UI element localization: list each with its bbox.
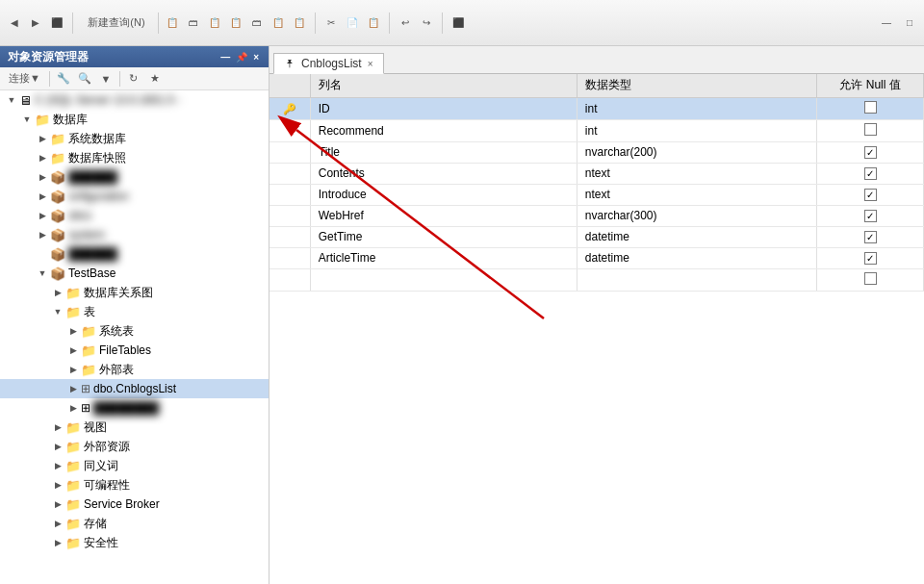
tree-item-synonyms[interactable]: ▶ 📁 同义词 [0,456,269,475]
col-type-cell[interactable]: datetime [577,226,816,247]
databases-toggle[interactable]: ▼ [19,112,35,127]
col-nullable-cell[interactable] [817,226,924,247]
server-toggle[interactable]: ▼ [4,92,19,108]
btn3[interactable]: 📋 [162,13,183,34]
col-type-cell[interactable]: int [577,97,816,119]
nullable-checkbox[interactable] [864,231,877,243]
cnblogslist-tab[interactable]: 🖈 CnblogsList × [273,53,384,74]
window-max[interactable]: □ [899,13,920,34]
tree-item-tables[interactable]: ▼ 📁 表 [0,302,269,321]
tree-item-ext-tables[interactable]: ▶ 📁 外部表 [0,360,269,379]
db-snapshot-toggle[interactable]: ▶ [35,150,50,165]
nullable-checkbox[interactable] [864,189,877,201]
logistics-toggle[interactable]: ▶ [35,208,50,223]
col-nullable-cell[interactable] [817,119,924,141]
tree-item-table-blurred[interactable]: ▶ ⊞ ████████ [0,398,269,418]
btn8[interactable]: 📋 [268,13,289,34]
nullable-checkbox[interactable] [864,210,877,222]
table-row[interactable]: Contentsntext [270,163,924,184]
paste-button[interactable]: 📋 [363,13,384,34]
db-diagram-toggle[interactable]: ▶ [50,285,65,300]
tree-item-databases[interactable]: ▼ 📁 数据库 [0,110,269,129]
tree-item-service-broker[interactable]: ▶ 📁 Service Broker [0,495,269,514]
copy-button[interactable]: 📄 [342,13,363,34]
storage-toggle[interactable]: ▶ [50,516,65,531]
configuration-toggle[interactable]: ▶ [35,189,50,204]
table-row[interactable]: ArticleTimedatetime [270,247,924,268]
tab-close-button[interactable]: × [368,59,373,69]
btn6[interactable]: 📋 [225,13,246,34]
table-row[interactable] [270,268,924,291]
table-row[interactable]: Introducentext [270,184,924,205]
col-nullable-cell[interactable] [817,205,924,226]
tree-item-system2[interactable]: ▶ 📦 system [0,225,269,244]
file-tables-toggle[interactable]: ▶ [65,343,81,358]
col-name-cell[interactable]: GetTime [310,226,577,247]
col-type-cell[interactable] [577,268,816,291]
window-min[interactable]: — [876,13,897,34]
ext-resources-toggle[interactable]: ▶ [50,439,65,454]
col-name-cell[interactable]: Introduce [310,184,577,205]
tree-item-db-b[interactable]: ▶ 📦 ██████ [0,167,269,187]
col-nullable-cell[interactable] [817,163,924,184]
col-name-cell[interactable]: ID [310,97,577,119]
forward-button[interactable]: ▶ [25,13,46,34]
col-name-cell[interactable]: WebHref [310,205,577,226]
table-row[interactable]: Titlenvarchar(200) [270,141,924,163]
nullable-checkbox[interactable] [864,123,877,136]
col-type-cell[interactable]: ntext [577,163,816,184]
tree-item-security[interactable]: ▶ 📁 安全性 [0,533,269,552]
tables-toggle[interactable]: ▼ [50,304,65,319]
tree-item-server[interactable]: ▼ 🖥 C (SQL Server 13.0.1601.5 - [0,90,269,110]
cut-button[interactable]: ✂ [321,13,342,34]
col-type-cell[interactable]: nvarchar(300) [577,205,816,226]
col-name-cell[interactable]: Recommend [310,119,577,141]
undo-button[interactable]: ↩ [395,13,416,34]
nullable-checkbox[interactable] [864,252,877,265]
connect-button[interactable]: 连接▼ [4,70,45,88]
tree-item-programmability[interactable]: ▶ 📁 可编程性 [0,475,269,495]
new-query-button[interactable]: 新建查询(N) [78,13,155,34]
db-b-toggle[interactable]: ▶ [35,169,50,185]
redo-button[interactable]: ↪ [416,13,437,34]
col-nullable-cell[interactable] [817,247,924,268]
tree-item-ext-resources[interactable]: ▶ 📁 外部资源 [0,437,269,456]
filter-button[interactable]: 🔧 [54,70,73,88]
nullable-checkbox[interactable] [864,272,877,285]
tree-item-storage[interactable]: ▶ 📁 存储 [0,514,269,533]
tree-item-db-snapshot[interactable]: ▶ 📁 数据库快照 [0,148,269,167]
tree-item-db-diagram[interactable]: ▶ 📁 数据库关系图 [0,283,269,302]
stop-button[interactable]: ⬛ [46,13,67,34]
btn4[interactable]: 🗃 [183,13,204,34]
col-type-cell[interactable]: datetime [577,247,816,268]
col-name-cell[interactable]: Title [310,141,577,163]
col-name-cell[interactable]: Contents [310,163,577,184]
misc-button[interactable]: ⬛ [448,13,469,34]
synonyms-toggle[interactable]: ▶ [50,458,65,473]
col-name-cell[interactable] [310,268,577,291]
table-blurred-toggle[interactable]: ▶ [65,400,81,416]
tree-item-cnblogslist[interactable]: ▶ ⊞ dbo.CnblogsList [0,379,269,398]
btn7[interactable]: 🗃 [246,13,268,34]
nullable-checkbox[interactable] [864,167,877,180]
security-toggle[interactable]: ▶ [50,535,65,550]
table-row[interactable]: WebHrefnvarchar(300) [270,205,924,226]
service-broker-toggle[interactable]: ▶ [50,496,65,512]
tree-item-testbase[interactable]: ▼ 📦 TestBase [0,264,269,283]
testbase-toggle[interactable]: ▼ [35,266,50,281]
search-button[interactable]: 🔍 [75,70,94,88]
back-button[interactable]: ◀ [4,13,25,34]
btn9[interactable]: 📋 [289,13,310,34]
tree-item-configuration[interactable]: ▶ 📦 onfiguration [0,187,269,206]
col-type-cell[interactable]: int [577,119,816,141]
nullable-checkbox[interactable] [864,146,877,159]
tree-item-logistics[interactable]: ▶ 📦 stics [0,206,269,225]
cnblogslist-toggle[interactable]: ▶ [65,381,81,396]
panel-close-button[interactable]: × [251,52,261,63]
sys-tables-toggle[interactable]: ▶ [65,323,81,339]
tree-item-sys-tables[interactable]: ▶ 📁 系统表 [0,321,269,341]
dropdown-button[interactable]: ▼ [96,70,116,88]
col-nullable-cell[interactable] [817,97,924,119]
panel-pin-button[interactable]: 📌 [234,52,249,63]
star-button[interactable]: ★ [145,70,165,88]
